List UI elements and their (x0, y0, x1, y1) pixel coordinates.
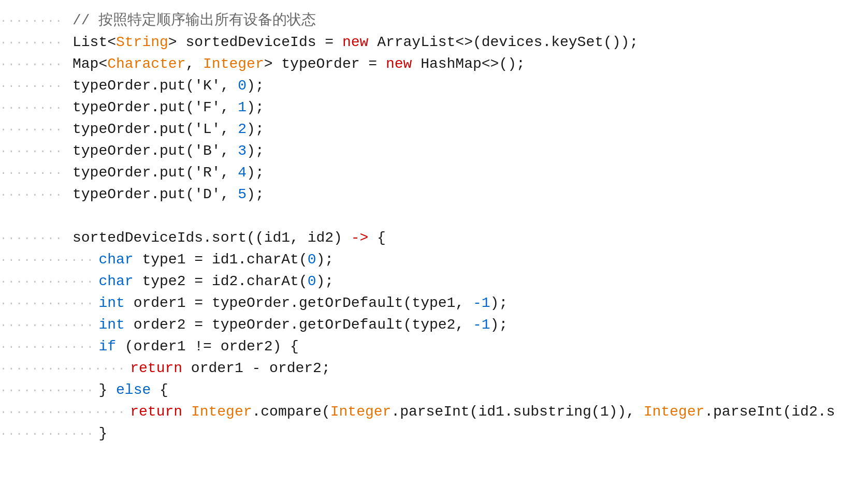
code-segment: typeOrder.put('K', (73, 78, 238, 94)
code-line: ········typeOrder.put('D', 5); (0, 184, 868, 206)
code-segment: 0 (308, 273, 316, 289)
line-code: sortedDeviceIds.sort((id1, id2) -> { (73, 228, 868, 249)
code-segment: > sortedDeviceIds = (168, 34, 342, 50)
code-segment: return (130, 404, 182, 420)
line-code: return order1 - order2; (130, 358, 868, 379)
code-line: ········Map<Character, Integer> typeOrde… (0, 54, 868, 76)
code-segment: sortedDeviceIds.sort((id1, id2) (73, 230, 351, 246)
code-line: ········typeOrder.put('B', 3); (0, 141, 868, 163)
code-segment: 0 (308, 252, 316, 268)
code-line: ············} (0, 423, 868, 445)
line-code: char type2 = id2.charAt(0); (98, 271, 868, 292)
code-segment: typeOrder.put('D', (73, 186, 238, 202)
line-dots: ········ (0, 166, 73, 182)
code-segment (182, 404, 191, 420)
line-dots: ············ (0, 339, 98, 356)
line-dots: ········ (0, 144, 73, 160)
code-segment: Integer (191, 404, 252, 420)
code-segment: typeOrder.put('L', (73, 121, 238, 137)
code-segment: Integer (644, 404, 705, 420)
line-dots: ········ (0, 122, 73, 139)
line-code: if (order1 != order2) { (98, 336, 868, 358)
code-segment: Integer (203, 56, 264, 72)
code-line: ················return order1 - order2; (0, 358, 868, 380)
code-segment: type2 = id2.charAt( (134, 273, 308, 289)
code-segment: ); (247, 78, 264, 94)
code-segment: Integer (330, 404, 392, 420)
code-line: ············int order2 = typeOrder.getOr… (0, 315, 868, 336)
code-segment: .parseInt(id1.substring(1)), (391, 404, 643, 420)
code-segment: Map< (73, 56, 107, 72)
code-segment: ); (247, 186, 264, 202)
line-dots: ············ (0, 426, 98, 443)
line-dots: ········ (0, 35, 73, 52)
code-segment: ); (247, 143, 264, 159)
line-code: } (98, 423, 868, 445)
code-segment: new (386, 56, 412, 72)
code-segment: } (98, 425, 107, 441)
line-dots: ················ (0, 361, 130, 378)
code-segment: if (98, 338, 116, 355)
code-line (0, 206, 868, 228)
code-segment: ArrayList<>(devices.keySet()); (368, 34, 638, 50)
code-segment: ); (247, 165, 264, 181)
line-dots: ········ (0, 13, 73, 30)
code-segment: typeOrder.put('B', (73, 143, 238, 159)
code-line: ········List<String> sortedDeviceIds = n… (0, 32, 868, 54)
code-segment: 4 (238, 165, 247, 181)
code-line: ········typeOrder.put('F', 1); (0, 97, 868, 119)
code-line: ········sortedDeviceIds.sort((id1, id2) … (0, 228, 868, 249)
code-line: ············} else { (0, 380, 868, 402)
line-dots: ········ (0, 79, 73, 95)
line-code: char type1 = id1.charAt(0); (98, 249, 868, 271)
code-segment: } (98, 382, 116, 398)
line-dots: ················ (0, 405, 130, 421)
code-segment: ); (247, 99, 264, 115)
line-code: List<String> sortedDeviceIds = new Array… (73, 32, 868, 53)
code-segment: (order1 != order2) { (116, 338, 299, 355)
code-segment: -1 (473, 295, 490, 311)
code-segment: typeOrder.put('R', (73, 165, 238, 181)
code-segment: .parseInt(id2.s (704, 404, 835, 420)
code-segment: ); (490, 295, 508, 311)
code-segment: String (116, 34, 168, 50)
code-segment: Character (107, 56, 185, 72)
code-segment: .compare( (252, 404, 330, 420)
code-segment: List< (73, 34, 116, 50)
code-line: ············char type2 = id2.charAt(0); (0, 271, 868, 293)
code-line: ············char type1 = id1.charAt(0); (0, 249, 868, 271)
line-code: typeOrder.put('K', 0); (73, 76, 868, 97)
code-segment: order2 = typeOrder.getOrDefault(type2, (125, 317, 473, 333)
code-segment: 5 (238, 186, 247, 202)
code-segment: { (368, 230, 386, 246)
line-dots: ············ (0, 318, 98, 334)
line-dots: ········ (0, 187, 73, 204)
line-dots: ········ (0, 57, 73, 73)
line-dots: ············ (0, 274, 98, 291)
code-segment: int (98, 295, 124, 311)
code-segment: -> (351, 230, 369, 246)
code-segment: int (98, 317, 124, 333)
line-code: } else { (98, 380, 868, 401)
line-code: // 按照特定顺序输出所有设备的状态 (73, 10, 868, 32)
code-segment: , (185, 56, 203, 72)
code-segment: ); (316, 252, 334, 268)
line-dots: ············ (0, 296, 98, 313)
line-dots: ············ (0, 253, 98, 269)
code-segment: typeOrder.put('F', (73, 99, 238, 115)
code-segment: 1 (238, 99, 247, 115)
line-code: Map<Character, Integer> typeOrder = new … (73, 54, 868, 75)
code-container: ········// 按照特定顺序输出所有设备的状态········List<S… (0, 0, 868, 502)
code-segment: char (98, 273, 133, 289)
code-segment: HashMap<>(); (412, 56, 525, 72)
line-code: int order2 = typeOrder.getOrDefault(type… (98, 315, 868, 336)
code-segment: { (151, 382, 168, 398)
code-segment: ); (247, 121, 264, 137)
code-segment: // 按照特定顺序输出所有设备的状态 (73, 12, 316, 28)
code-line: ········typeOrder.put('K', 0); (0, 76, 868, 97)
code-segment: 0 (238, 78, 247, 94)
code-segment: order1 - order2; (182, 360, 330, 376)
code-segment: return (130, 360, 182, 376)
line-code: typeOrder.put('F', 1); (73, 97, 868, 119)
line-code: typeOrder.put('B', 3); (73, 141, 868, 162)
